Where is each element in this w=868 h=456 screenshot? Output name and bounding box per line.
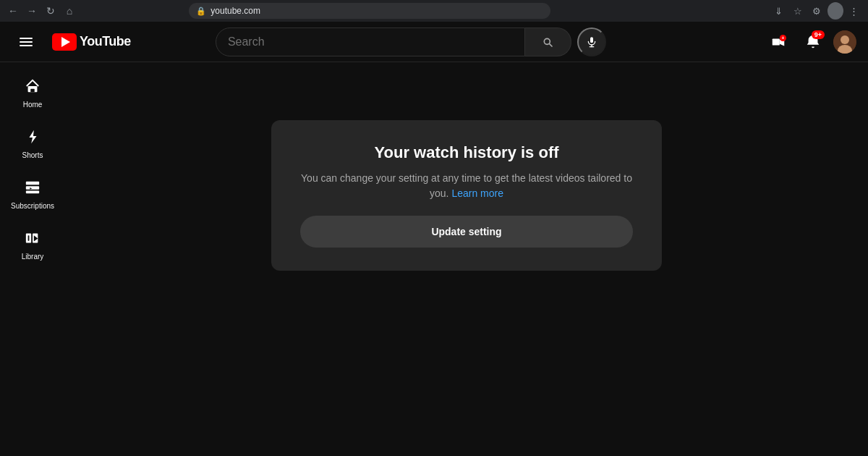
svg-rect-3 — [590, 37, 593, 43]
sidebar-item-shorts[interactable]: Shorts — [3, 119, 62, 169]
sidebar-label-library: Library — [22, 253, 44, 261]
mic-button[interactable] — [577, 28, 606, 56]
svg-rect-1 — [20, 41, 33, 43]
extensions-icon[interactable]: ⚙ — [809, 3, 825, 19]
svg-rect-6 — [773, 38, 780, 45]
youtube-logo-icon — [52, 33, 77, 51]
watch-history-card: Your watch history is off You can change… — [271, 120, 662, 271]
history-title: Your watch history is off — [374, 143, 558, 162]
youtube-app: YouTube — [0, 22, 868, 456]
notification-badge: 9+ — [812, 30, 825, 39]
svg-rect-17 — [26, 191, 39, 194]
svg-rect-15 — [26, 182, 39, 185]
sidebar-label-shorts: Shorts — [22, 151, 43, 159]
menu-button[interactable] — [12, 28, 41, 56]
sidebar-item-subscriptions[interactable]: Subscriptions — [3, 169, 62, 220]
svg-rect-21 — [28, 235, 30, 240]
svg-rect-16 — [26, 186, 39, 190]
search-bar — [216, 28, 606, 56]
browser-actions: ⇓ ☆ ⚙ ⋮ — [771, 3, 862, 19]
update-setting-button[interactable]: Update setting — [300, 216, 633, 248]
search-input-wrap[interactable] — [216, 28, 525, 56]
history-description: You can change your setting at any time … — [300, 171, 633, 201]
browser-chrome: ← → ↻ ⌂ 🔒 youtube.com ⇓ ☆ ⚙ ⋮ — [0, 0, 868, 22]
create-button[interactable]: + — [764, 28, 793, 56]
svg-rect-2 — [20, 45, 33, 46]
notifications-button[interactable]: 9+ — [799, 28, 827, 56]
home-button[interactable]: ⌂ — [62, 4, 77, 18]
bookmark-icon[interactable]: ☆ — [790, 3, 806, 19]
learn-more-link[interactable]: Learn more — [451, 187, 503, 199]
subscriptions-icon — [25, 180, 41, 199]
user-avatar[interactable] — [833, 30, 856, 54]
library-icon — [25, 230, 41, 250]
home-icon — [25, 78, 41, 98]
sidebar-item-home[interactable]: Home — [3, 68, 62, 119]
profile-avatar[interactable] — [827, 2, 843, 20]
youtube-body: Home Shorts — [0, 62, 868, 456]
back-button[interactable]: ← — [6, 4, 20, 18]
search-button[interactable] — [525, 28, 571, 56]
address-bar[interactable]: 🔒 youtube.com — [189, 3, 550, 19]
svg-point-11 — [841, 35, 849, 44]
youtube-logo-text: YouTube — [80, 34, 131, 49]
svg-rect-14 — [30, 89, 35, 93]
download-icon[interactable]: ⇓ — [771, 3, 787, 19]
sidebar: Home Shorts — [0, 62, 65, 456]
profile-icon[interactable] — [827, 3, 843, 19]
refresh-button[interactable]: ↻ — [43, 4, 58, 18]
shorts-icon — [25, 129, 41, 148]
main-content: Your watch history is off You can change… — [65, 62, 868, 456]
url-text: youtube.com — [210, 6, 260, 16]
search-input[interactable] — [228, 35, 513, 48]
svg-text:+: + — [782, 35, 785, 41]
header-actions: + 9+ — [764, 28, 856, 56]
sidebar-item-library[interactable]: Library — [3, 220, 62, 271]
sidebar-label-home: Home — [23, 101, 43, 109]
lock-icon: 🔒 — [196, 7, 206, 16]
svg-rect-0 — [20, 38, 33, 39]
youtube-logo[interactable]: YouTube — [52, 33, 131, 51]
youtube-header: YouTube — [0, 22, 868, 62]
more-icon[interactable]: ⋮ — [846, 3, 862, 19]
forward-button[interactable]: → — [25, 4, 39, 18]
sidebar-label-subscriptions: Subscriptions — [11, 202, 54, 210]
